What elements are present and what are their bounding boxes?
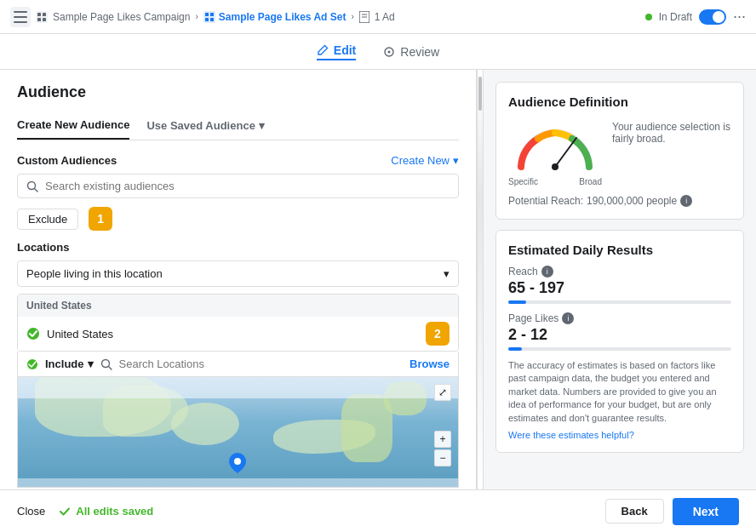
location-group-header: United States <box>18 295 458 317</box>
svg-rect-2 <box>14 21 27 23</box>
location-dropdown-chevron-icon: ▾ <box>444 267 450 280</box>
page-likes-value: 2 - 12 <box>508 326 731 344</box>
bottom-bar: Close All edits saved Back Next <box>0 489 756 532</box>
audience-definition-title: Audience Definition <box>508 94 731 109</box>
map-controls: ⤢ <box>434 384 451 401</box>
top-nav: Sample Page Likes Campaign › Sample Page… <box>0 0 756 34</box>
tab-review[interactable]: Review <box>383 45 439 59</box>
ad-breadcrumb[interactable]: 1 Ad <box>375 11 395 23</box>
include-chevron-icon: ▾ <box>88 358 94 370</box>
svg-point-24 <box>234 458 241 465</box>
include-dropdown[interactable]: Include ▾ <box>45 358 94 370</box>
edit-tab-label: Edit <box>334 43 356 57</box>
tab-use-saved-audience[interactable]: Use Saved Audience ▾ <box>146 112 264 140</box>
map-expand-button[interactable]: ⤢ <box>434 384 451 401</box>
step-2-badge: 2 <box>426 322 450 346</box>
custom-audiences-header: Custom Audiences Create New ▾ <box>17 154 459 167</box>
campaign-breadcrumb[interactable]: Sample Page Likes Campaign <box>53 11 190 23</box>
draft-toggle[interactable] <box>699 9 726 25</box>
left-panel-scrollbar[interactable] <box>477 70 484 489</box>
map-zoom-controls: + − <box>434 431 451 466</box>
include-bar: Include ▾ Browse <box>17 352 459 377</box>
helpful-link[interactable]: Were these estimates helpful? <box>508 430 731 440</box>
nav-right: In Draft ··· <box>645 8 746 26</box>
back-button[interactable]: Back <box>605 499 664 523</box>
location-item-label: United States <box>47 328 113 340</box>
include-location-icon <box>26 358 38 370</box>
svg-rect-6 <box>37 18 41 21</box>
custom-audiences-search[interactable] <box>17 174 459 198</box>
gauge-area: Specific Broad Your audience selection i… <box>508 117 731 186</box>
adset-breadcrumb[interactable]: Sample Page Likes Ad Set <box>219 11 346 23</box>
potential-reach-label: Potential Reach: <box>508 195 583 207</box>
tab-saved-label: Use Saved Audience <box>146 119 255 132</box>
svg-rect-3 <box>36 11 48 23</box>
page-likes-info-icon[interactable]: i <box>562 312 574 324</box>
gauge-note: Your audience selection is fairly broad. <box>612 117 731 145</box>
create-new-link[interactable]: Create New ▾ <box>391 154 459 167</box>
reach-value: 65 - 197 <box>508 279 731 297</box>
disclaimer-text: The accuracy of estimates is based on fa… <box>508 359 731 425</box>
breadcrumb-chevron-1: › <box>195 12 198 21</box>
audience-definition-card: Audience Definition <box>495 82 744 220</box>
map-zoom-out-button[interactable]: − <box>434 449 451 466</box>
search-input[interactable] <box>45 180 450 192</box>
locations-label: Locations <box>17 241 459 254</box>
checkmark-icon <box>59 506 71 518</box>
location-item[interactable]: United States <box>26 327 415 340</box>
create-new-dropdown-icon: ▾ <box>453 154 459 167</box>
next-button[interactable]: Next <box>673 498 739 525</box>
svg-point-26 <box>552 163 558 170</box>
step-1-badge: 1 <box>89 207 112 231</box>
right-panel-inner: Audience Definition <box>484 70 756 473</box>
custom-audiences-label: Custom Audiences <box>17 154 117 167</box>
location-list-container: United States United States 2 <box>17 294 459 352</box>
page-likes-metric-label: Page Likes i <box>508 312 731 324</box>
audience-title: Audience <box>17 83 459 101</box>
close-button[interactable]: Close <box>17 505 45 518</box>
tab-create-new-audience[interactable]: Create New Audience <box>17 112 129 140</box>
breadcrumb-chevron-2: › <box>351 12 353 21</box>
reach-bar-fill <box>508 300 526 304</box>
potential-reach-value: 190,000,000 people <box>587 195 677 207</box>
edit-review-bar: Edit Review <box>0 34 756 70</box>
map-area: ⤢ + − <box>17 377 459 488</box>
svg-rect-7 <box>43 18 46 21</box>
location-type-label: People living in this location <box>26 267 163 280</box>
gauge-specific-label: Specific <box>508 177 538 186</box>
svg-rect-11 <box>205 18 209 21</box>
page-likes-label: Page Likes <box>508 312 558 324</box>
tab-edit[interactable]: Edit <box>317 43 356 60</box>
svg-rect-8 <box>203 11 215 23</box>
svg-rect-0 <box>14 11 27 13</box>
map-zoom-in-button[interactable]: + <box>434 431 451 448</box>
estimated-daily-card: Estimated Daily Results Reach i 65 - 197… <box>495 230 744 453</box>
reach-bar-background <box>508 300 731 304</box>
draft-status-dot <box>645 14 652 20</box>
reach-info-icon[interactable]: i <box>541 266 553 277</box>
browse-link[interactable]: Browse <box>410 358 450 370</box>
svg-rect-9 <box>205 13 209 16</box>
estimated-daily-title: Estimated Daily Results <box>508 243 731 257</box>
potential-reach-info-icon[interactable]: i <box>680 195 692 207</box>
location-check-icon <box>26 327 40 340</box>
sidebar-toggle-button[interactable] <box>10 7 31 27</box>
svg-rect-12 <box>210 18 214 21</box>
saved-indicator: All edits saved <box>59 505 153 518</box>
more-options-button[interactable]: ··· <box>733 8 746 26</box>
map-pin <box>229 453 246 470</box>
exclude-button[interactable]: Exclude <box>17 209 78 230</box>
svg-rect-10 <box>210 13 214 16</box>
search-locations-input[interactable] <box>119 358 404 370</box>
svg-line-25 <box>555 138 576 167</box>
audience-tabs: Create New Audience Use Saved Audience ▾ <box>17 112 459 140</box>
svg-rect-5 <box>43 13 46 16</box>
gauge-chart: Specific Broad <box>508 117 602 186</box>
svg-rect-1 <box>14 16 27 18</box>
left-panel: Audience Create New Audience Use Saved A… <box>0 70 477 489</box>
location-type-dropdown[interactable]: People living in this location ▾ <box>17 260 459 287</box>
gauge-labels: Specific Broad <box>508 177 602 186</box>
main-layout: Audience Create New Audience Use Saved A… <box>0 70 756 489</box>
potential-reach: Potential Reach: 190,000,000 people i <box>508 195 731 207</box>
reach-label: Reach <box>508 266 538 277</box>
